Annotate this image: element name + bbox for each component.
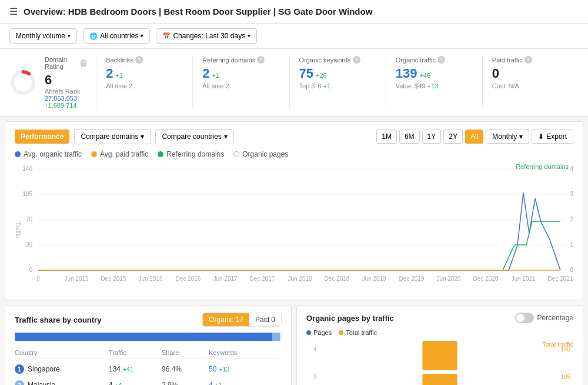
monthly-button[interactable]: Monthly ▾ (486, 130, 529, 144)
organic-tab[interactable]: Organic 17 (203, 313, 249, 326)
legend-label: Organic pages (242, 150, 288, 158)
svg-text:4: 4 (313, 346, 317, 353)
percentage-toggle[interactable] (515, 313, 534, 323)
rank-delta: ↑1,689,714 (45, 102, 76, 109)
menu-icon[interactable]: ☰ (9, 6, 18, 17)
svg-text:0: 0 (36, 276, 40, 282)
country-name: Singapore (28, 365, 60, 373)
legend-organic-traffic[interactable]: Avg. organic traffic (15, 150, 82, 158)
domain-rating-metric: Domain Rating ? 6 Ahrefs Rank 27,053,053… (9, 56, 96, 109)
svg-text:105: 105 (561, 374, 571, 380)
performance-button[interactable]: Performance (15, 130, 69, 144)
domain-rating-label: Domain Rating (45, 56, 79, 70)
changes-filter[interactable]: 📅 Changes: Last 30 days ▾ (156, 28, 257, 44)
total-traffic-label: Total traffic (542, 341, 573, 348)
svg-text:105: 105 (22, 191, 32, 197)
share-value: 96.4% (162, 365, 209, 373)
countries-filter[interactable]: 🌐 All countries ▾ (83, 28, 150, 44)
keywords-value: 50 +12 (209, 365, 268, 373)
backlinks-metric: Backlinks ? 2 +1 All time 2 (96, 56, 193, 109)
legend-label: Avg. paid traffic (100, 150, 148, 158)
organic-keywords-sub: Top 3 6 +1 (299, 82, 376, 89)
svg-text:Jun 2016: Jun 2016 (138, 276, 163, 282)
country-cell: 2 Malaysia (15, 380, 109, 385)
volume-label: Monthly volume (16, 32, 65, 40)
organic-traffic-sub: Value $49 +13 (396, 82, 473, 89)
chart-section: Performance Compare domains ▾ Compare co… (5, 121, 583, 300)
bottom-section: Traffic share by country Organic 17 Paid… (5, 305, 583, 385)
legend-organic-pages[interactable]: Organic pages (233, 150, 288, 158)
legend-referring-domains[interactable]: Referring domains (158, 150, 224, 158)
paid-traffic-sub: Cost N/A (492, 82, 569, 89)
paid-tab[interactable]: Paid 0 (249, 313, 281, 326)
time-1m-button[interactable]: 1M (376, 130, 397, 144)
filters-bar: Monthly volume ▾ 🌐 All countries ▾ 📅 Cha… (0, 24, 588, 49)
organic-pages-section: Organic pages by traffic Percentage Page… (296, 305, 583, 385)
help-icon[interactable]: ? (437, 56, 445, 64)
volume-filter[interactable]: Monthly volume ▾ (9, 28, 77, 44)
export-icon: ⬇ (538, 132, 544, 141)
countries-label: All countries (100, 32, 138, 40)
svg-text:Dec 2018: Dec 2018 (325, 276, 350, 282)
pages-dot-blue (306, 330, 311, 335)
chevron-down-icon: ▾ (519, 132, 523, 141)
traffic-bar (15, 333, 282, 341)
backlinks-value: 2 (106, 66, 113, 81)
svg-text:0: 0 (29, 267, 32, 273)
help-icon[interactable]: ? (257, 56, 265, 64)
col-share: Share (162, 349, 209, 356)
table-header: Country Traffic Share Keywords (15, 347, 282, 359)
pages-dot-orange (339, 330, 343, 335)
col-country: Country (15, 349, 109, 356)
help-icon[interactable]: ? (135, 56, 143, 64)
legend-paid-traffic[interactable]: Avg. paid traffic (91, 150, 148, 158)
organic-pages-header: Organic pages by traffic Percentage (306, 313, 573, 323)
svg-text:4: 4 (570, 165, 573, 172)
help-icon[interactable]: ? (81, 59, 86, 67)
paid-traffic-metric: Paid traffic ? 0 Cost N/A (483, 56, 579, 109)
traffic-share-header: Traffic share by country Organic 17 Paid… (15, 313, 282, 327)
svg-text:140: 140 (22, 165, 32, 172)
chart-svg: 140 105 70 35 0 4 3 2 1 0 Traffic 0 Jun … (15, 163, 573, 293)
col-keywords: Keywords (209, 349, 268, 356)
col-traffic: Traffic (109, 349, 162, 356)
organic-keywords-metric: Organic keywords ? 75 +26 Top 3 6 +1 (290, 56, 386, 109)
svg-text:Traffic: Traffic (15, 222, 21, 238)
svg-text:Dec 2021: Dec 2021 (548, 276, 573, 282)
time-1y-button[interactable]: 1Y (422, 130, 442, 144)
pages-legend-pages: Pages (306, 329, 332, 336)
time-6m-button[interactable]: 6M (399, 130, 420, 144)
rank-link[interactable]: 27,053,053 (45, 95, 77, 102)
legend-dot-green (158, 151, 163, 157)
svg-text:Dec 2016: Dec 2016 (176, 276, 201, 282)
metrics-bar: Domain Rating ? 6 Ahrefs Rank 27,053,053… (0, 49, 588, 117)
time-2y-button[interactable]: 2Y (443, 130, 463, 144)
traffic-value: 134 +41 (109, 365, 162, 373)
help-icon[interactable]: ? (353, 56, 360, 64)
legend-dot-blue (15, 151, 21, 157)
export-button[interactable]: ⬇ Export (532, 130, 573, 144)
traffic-tab-group: Organic 17 Paid 0 (202, 313, 282, 327)
chart-legend: Avg. organic traffic Avg. paid traffic R… (15, 150, 573, 158)
page-title: Overview: HDB Bedroom Doors | Best Room … (24, 6, 372, 16)
chart-area: Referring domains 140 105 70 35 0 4 3 2 … (15, 163, 573, 293)
compare-countries-button[interactable]: Compare countries ▾ (155, 129, 233, 144)
svg-text:70: 70 (26, 216, 33, 223)
compare-domains-button[interactable]: Compare domains ▾ (74, 129, 151, 144)
globe-icon: 🌐 (89, 32, 98, 40)
svg-text:Jun 2015: Jun 2015 (64, 276, 89, 282)
organic-traffic-delta: +46 (419, 72, 430, 79)
svg-text:Jun 2021: Jun 2021 (511, 276, 536, 282)
pages-legend-traffic: Total traffic (339, 329, 377, 336)
rank-badge: 1 (15, 364, 24, 374)
help-icon[interactable]: ? (524, 56, 532, 64)
table-row: 2 Malaysia 4 +4 2.9% 4 +1 (15, 377, 282, 385)
svg-text:Jun 2020: Jun 2020 (436, 276, 461, 282)
time-controls: 1M 6M 1Y 2Y All Monthly ▾ ⬇ Export (376, 130, 573, 144)
time-all-button[interactable]: All (465, 130, 483, 144)
svg-text:Dec 2020: Dec 2020 (473, 276, 499, 282)
chevron-down-icon: ▾ (141, 132, 144, 141)
backlinks-sub: All time 2 (106, 82, 183, 89)
traffic-share-section: Traffic share by country Organic 17 Paid… (5, 305, 292, 385)
bar-malaysia (272, 333, 280, 341)
